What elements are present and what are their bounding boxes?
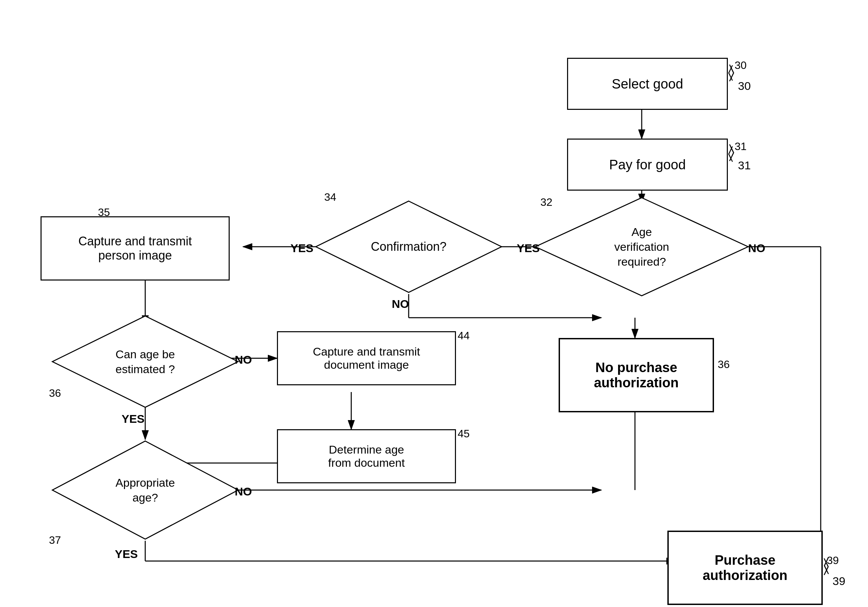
determine-age-box: Determine agefrom document <box>277 429 456 483</box>
can-age-label: Can age beestimated ? <box>116 347 175 377</box>
appropriate-age-label: Appropriateage? <box>116 475 175 505</box>
age-verification-label: Age verification required? <box>614 224 670 269</box>
appropriate-age-diamond: Appropriateage? <box>51 439 240 541</box>
no-purchase-label: No purchaseauthorization <box>594 360 679 390</box>
age-verification-no-label: NO <box>748 242 765 255</box>
capture-doc-label: Capture and transmitdocument image <box>313 345 420 371</box>
ref-30-num: 30 <box>738 79 751 93</box>
can-age-yes-label: YES <box>122 412 144 425</box>
age-verification-yes-label: YES <box>517 242 540 255</box>
determine-age-label: Determine agefrom document <box>328 443 405 469</box>
ref-30: 30 <box>735 59 747 71</box>
ref-31-curly: 〈 <box>729 141 735 162</box>
confirmation-yes-label: YES <box>290 242 313 255</box>
ref-39-curly: 〈 <box>823 555 829 576</box>
pay-for-good-label: Pay for good <box>609 157 686 172</box>
ref-36b: 36 <box>718 358 730 371</box>
purchase-auth-box: Purchaseauthorization <box>667 531 823 605</box>
no-purchase-box: No purchaseauthorization <box>559 338 714 412</box>
ref-44: 44 <box>458 329 470 342</box>
purchase-auth-label: Purchaseauthorization <box>702 553 787 583</box>
ref-34: 34 <box>324 191 336 203</box>
capture-person-box: Capture and transmitperson image <box>40 216 230 281</box>
select-good-label: Select good <box>612 76 683 92</box>
ref-37: 37 <box>49 534 61 546</box>
appropriate-age-no-label: NO <box>235 485 252 498</box>
flowchart-diagram: Select good 30 〈 Pay for good 31 〈 Age v… <box>0 0 868 607</box>
confirmation-label: Confirmation? <box>371 239 446 255</box>
capture-doc-box: Capture and transmitdocument image <box>277 331 456 385</box>
age-verification-diamond: Age verification required? <box>534 196 750 297</box>
ref-35: 35 <box>98 206 110 219</box>
capture-person-label: Capture and transmitperson image <box>78 234 192 262</box>
ref-45: 45 <box>458 427 470 440</box>
select-good-box: Select good <box>567 58 728 110</box>
confirmation-diamond: Confirmation? <box>314 199 503 294</box>
can-age-no-label: NO <box>235 353 252 366</box>
ref-36: 36 <box>49 387 61 399</box>
ref-31: 31 <box>735 140 747 153</box>
can-age-diamond: Can age beestimated ? <box>51 314 240 409</box>
pay-for-good-box: Pay for good <box>567 138 728 191</box>
ref-30-curly: 〈 <box>729 62 735 82</box>
appropriate-age-yes-label: YES <box>115 548 138 561</box>
ref-31-num: 31 <box>738 159 751 172</box>
ref-39-num: 39 <box>832 574 845 588</box>
ref-32: 32 <box>540 196 553 208</box>
confirmation-no-label: NO <box>392 297 409 310</box>
